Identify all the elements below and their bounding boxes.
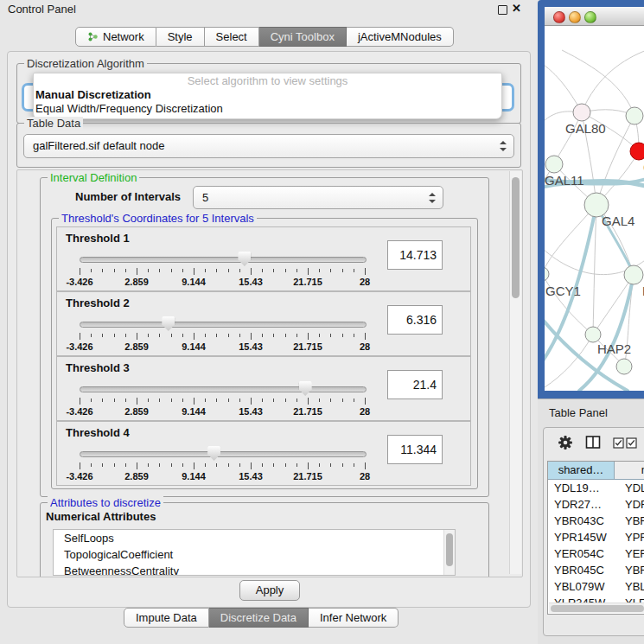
scale-label: 15.43 [239, 471, 263, 481]
table-row[interactable]: YDR27…YDR2 [548, 496, 644, 513]
table-row[interactable]: YBR045CYBR0 [548, 562, 644, 578]
tick-mark [251, 398, 252, 405]
cell-name[interactable]: YDR2 [620, 496, 644, 513]
network-node[interactable] [585, 327, 601, 342]
threshold-slider[interactable]: -3.4262.8599.14415.4321.71528 [80, 447, 365, 481]
tab-label: jActiveMNodules [358, 28, 442, 46]
attribute-item[interactable]: TopologicalCoefficient [54, 546, 455, 563]
column-header-name[interactable]: n… [615, 462, 644, 479]
threshold-slider[interactable]: -3.4262.8599.14415.4321.71528 [80, 382, 365, 417]
threshold-value-field[interactable]: 6.316 [387, 305, 443, 335]
tab-impute-data[interactable]: Impute Data [124, 608, 209, 628]
network-node[interactable] [630, 143, 644, 160]
table-panel-title: Table Panel [549, 406, 608, 419]
network-window-frame[interactable]: GAL80GCGAL11GAL4GCY1HHAP2 [538, 0, 644, 399]
slider-thumb[interactable] [238, 252, 251, 266]
tab-cyni-toolbox[interactable]: Cyni Toolbox [259, 27, 347, 47]
cell-shared-name[interactable]: YPR145W [548, 529, 620, 545]
cell-name[interactable]: YPR1 [620, 529, 644, 545]
network-node[interactable] [626, 107, 643, 124]
cell-shared-name[interactable]: YER054C [548, 545, 620, 562]
slider-track[interactable] [80, 257, 367, 263]
cell-name[interactable]: YBR0 [620, 513, 644, 529]
cell-shared-name[interactable]: YBR043C [548, 513, 620, 529]
scale-label: 28 [360, 277, 370, 287]
cell-name[interactable]: YDL1 [620, 480, 644, 496]
slider-thumb[interactable] [299, 381, 312, 396]
cell-shared-name[interactable]: YDL19… [548, 480, 620, 496]
tick-mark [308, 398, 309, 405]
close-traffic-light[interactable] [553, 11, 565, 23]
tab-style[interactable]: Style [156, 27, 205, 47]
cell-shared-name[interactable]: YDR27… [548, 496, 620, 513]
cell-name[interactable]: YBR0 [620, 562, 644, 578]
spinner-arrows-icon [500, 141, 506, 151]
number-of-intervals-combobox[interactable]: 5 [193, 186, 443, 209]
tick-mark [194, 333, 194, 340]
slider-track[interactable] [80, 386, 367, 392]
checkbox-checked-icon[interactable] [626, 437, 637, 449]
tick-mark [308, 333, 309, 340]
threshold-value-field[interactable]: 11.344 [387, 435, 443, 464]
table-horizontal-scrollbar[interactable] [549, 603, 644, 613]
tab-jactivemnodules[interactable]: jActiveMNodules [347, 27, 454, 47]
tick-mark [205, 463, 206, 467]
network-graph[interactable]: GAL80GCGAL11GAL4GCY1HHAP2 [545, 26, 644, 391]
scale-label: 9.144 [182, 471, 206, 481]
network-node[interactable] [545, 267, 549, 281]
attributes-scrollbar[interactable] [443, 530, 455, 575]
float-window-icon[interactable] [498, 5, 507, 15]
cell-shared-name[interactable]: YBL079W [548, 578, 620, 595]
close-icon[interactable]: ✕ [512, 2, 521, 15]
tick-mark [148, 269, 149, 272]
tick-mark [239, 463, 240, 467]
slider-track[interactable] [80, 451, 367, 457]
settings-vertical-scrollbar[interactable] [509, 171, 521, 574]
gear-icon[interactable] [558, 435, 573, 450]
slider-thumb[interactable] [162, 316, 175, 331]
checkbox-checked-icon[interactable] [613, 437, 624, 449]
tick-mark [114, 334, 115, 337]
network-node[interactable] [573, 104, 590, 121]
tab-infer-network[interactable]: Infer Network [309, 608, 399, 628]
table-data-combobox[interactable]: galFiltered.sif default node [23, 134, 514, 158]
threshold-slider[interactable]: -3.4262.8599.14415.4321.71528 [80, 317, 365, 352]
table-row[interactable]: YBR043CYBR0 [548, 513, 644, 529]
numerical-attributes-list[interactable]: SelfLoopsTopologicalCoefficientBetweenne… [53, 529, 456, 576]
scale-label: 21.715 [293, 471, 322, 481]
table-row[interactable]: YDL19…YDL1 [548, 480, 644, 496]
tab-discretize-data[interactable]: Discretize Data [209, 608, 309, 628]
network-node[interactable] [616, 359, 632, 374]
threshold-value-field[interactable]: 21.4 [387, 370, 443, 399]
network-node[interactable] [545, 156, 563, 173]
slider-scale: -3.4262.8599.14415.4321.71528 [80, 406, 365, 417]
cell-name[interactable]: YBL0 [620, 578, 644, 595]
minimize-traffic-light[interactable] [569, 11, 581, 23]
table-panel-body: shared… n… YDL19…YDL1YDR27…YDR2YBR043CYB… [543, 427, 644, 636]
zoom-traffic-light[interactable] [584, 11, 596, 23]
table-row[interactable]: YBL079WYBL0 [548, 578, 644, 595]
tab-label: Network [103, 28, 144, 46]
table-row[interactable]: YPR145WYPR1 [548, 529, 644, 545]
attribute-item[interactable]: BetweennessCentrality [54, 563, 455, 576]
network-window-titlebar[interactable] [545, 7, 644, 26]
attribute-item[interactable]: SelfLoops [54, 530, 455, 546]
tick-mark [342, 334, 343, 337]
slider-track[interactable] [80, 322, 367, 328]
tab-select[interactable]: Select [205, 27, 259, 47]
cell-name[interactable]: YER0 [620, 545, 644, 562]
slider-thumb[interactable] [207, 446, 220, 461]
apply-button[interactable]: Apply [239, 580, 300, 601]
threshold-slider[interactable]: -3.4262.8599.14415.4321.71528 [80, 252, 365, 287]
threshold-value-field[interactable]: 14.713 [387, 240, 443, 270]
cell-shared-name[interactable]: YBR045C [548, 562, 620, 578]
algorithm-option-equal-width[interactable]: Equal Width/Frequency Discretization [34, 102, 501, 116]
tab-network[interactable]: Network [75, 27, 156, 47]
tick-mark [354, 463, 354, 467]
algorithm-option-manual[interactable]: Manual Discretization [34, 88, 501, 102]
table-row[interactable]: YER054CYER0 [548, 545, 644, 562]
tick-mark [137, 268, 137, 275]
network-node[interactable] [624, 265, 643, 284]
column-header-shared-name[interactable]: shared… [548, 462, 615, 479]
column-layout-icon[interactable] [585, 435, 601, 450]
